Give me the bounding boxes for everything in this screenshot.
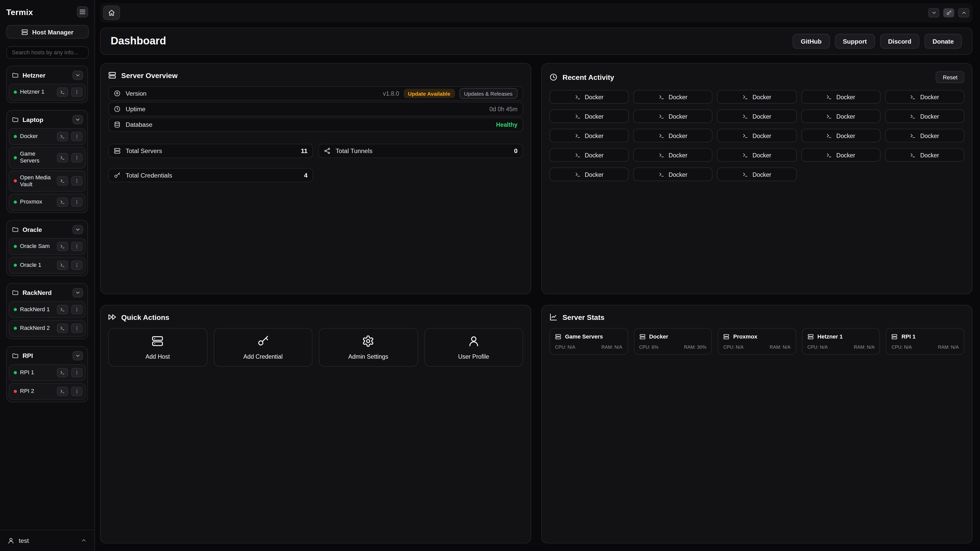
donate-button[interactable]: Donate	[924, 34, 962, 49]
open-terminal-button[interactable]	[57, 305, 68, 314]
recent-activity-item[interactable]: Docker	[633, 110, 713, 123]
host-group-oracle: Oracle Oracle Sam Oracle 1	[6, 220, 88, 276]
add-credential-button[interactable]: Add Credential	[213, 328, 312, 367]
collapse-group-button[interactable]	[73, 115, 83, 124]
host-manager-button[interactable]: Host Manager	[6, 25, 89, 39]
open-terminal-button[interactable]	[57, 324, 68, 333]
host-row[interactable]: RackNerd 2	[9, 320, 86, 337]
terminal-icon	[60, 326, 65, 331]
database-row: Database Healthy	[108, 118, 523, 132]
user-menu-chevron-button[interactable]	[81, 536, 87, 545]
collapse-group-button[interactable]	[73, 351, 83, 360]
key-button[interactable]	[943, 8, 955, 17]
update-available-badge: Update Available	[404, 89, 455, 98]
host-menu-button[interactable]	[71, 176, 83, 186]
host-menu-button[interactable]	[71, 324, 83, 333]
recent-activity-item[interactable]: Docker	[549, 90, 629, 104]
host-search-input[interactable]	[6, 46, 89, 59]
recent-activity-item[interactable]: Docker	[717, 148, 797, 162]
open-terminal-button[interactable]	[57, 87, 68, 97]
host-menu-button[interactable]	[71, 242, 83, 251]
server-stat-card[interactable]: Game Servers CPU: N/ARAM: N/A	[549, 328, 628, 355]
host-row[interactable]: Open Media Vault	[9, 170, 86, 192]
support-button[interactable]: Support	[835, 34, 875, 49]
open-terminal-button[interactable]	[57, 368, 68, 377]
recent-activity-item[interactable]: Docker	[633, 167, 713, 181]
sidebar-menu-button[interactable]	[77, 6, 88, 17]
recent-activity-item[interactable]: Docker	[885, 148, 964, 162]
host-row[interactable]: Oracle Sam	[9, 238, 86, 255]
server-stat-card[interactable]: Proxmox CPU: N/ARAM: N/A	[718, 328, 796, 355]
user-menu[interactable]: test	[0, 530, 94, 551]
reset-button[interactable]: Reset	[936, 71, 964, 83]
recent-activity-item[interactable]: Docker	[549, 167, 629, 181]
recent-activity-item[interactable]: Docker	[633, 90, 713, 104]
host-row[interactable]: Oracle 1	[9, 257, 86, 274]
host-group-header[interactable]: RackNerd	[9, 286, 86, 299]
collapse-group-button[interactable]	[73, 71, 83, 80]
recent-activity-item[interactable]: Docker	[885, 110, 964, 123]
host-row[interactable]: Docker	[9, 128, 86, 145]
discord-button[interactable]: Discord	[880, 34, 920, 49]
host-row[interactable]: Proxmox	[9, 194, 86, 210]
host-menu-button[interactable]	[71, 305, 83, 314]
open-terminal-button[interactable]	[57, 197, 68, 207]
host-menu-button[interactable]	[71, 260, 83, 270]
host-menu-button[interactable]	[71, 387, 83, 396]
recent-activity-item[interactable]: Docker	[801, 90, 881, 104]
user-profile-button[interactable]: User Profile	[424, 328, 523, 367]
host-name: Open Media Vault	[20, 174, 54, 188]
open-terminal-button[interactable]	[57, 176, 68, 186]
collapse-group-button[interactable]	[73, 225, 83, 234]
server-stat-card[interactable]: Docker CPU: 6%RAM: 30%	[633, 328, 712, 355]
host-group-header[interactable]: RPI	[9, 349, 86, 362]
open-terminal-button[interactable]	[57, 260, 68, 270]
tabs-dropdown-button[interactable]	[928, 8, 939, 17]
server-stat-card[interactable]: RPI 1 CPU: N/ARAM: N/A	[886, 328, 964, 355]
chevron-down-icon	[75, 227, 81, 232]
recent-activity-item[interactable]: Docker	[549, 110, 629, 123]
host-menu-button[interactable]	[71, 87, 83, 97]
recent-activity-item[interactable]: Docker	[885, 129, 964, 142]
recent-activity-item[interactable]: Docker	[717, 167, 797, 181]
recent-activity-item[interactable]: Docker	[633, 129, 713, 142]
add-host-button[interactable]: Add Host	[108, 328, 207, 367]
open-terminal-button[interactable]	[57, 242, 68, 251]
terminal-icon	[575, 171, 580, 177]
collapse-group-button[interactable]	[73, 288, 83, 297]
recent-activity-item[interactable]: Docker	[549, 148, 629, 162]
host-row[interactable]: Game Servers	[9, 147, 86, 168]
tab-home[interactable]	[103, 6, 120, 20]
host-row[interactable]: RPI 1	[9, 364, 86, 381]
host-group-header[interactable]: Laptop	[9, 113, 86, 126]
open-terminal-button[interactable]	[57, 153, 68, 162]
page-header: Dashboard GitHub Support Discord Donate	[100, 27, 973, 55]
host-menu-button[interactable]	[71, 132, 83, 141]
recent-activity-item[interactable]: Docker	[885, 90, 964, 104]
tunnel-icon	[324, 148, 331, 154]
server-stat-card[interactable]: Hetzner 1 CPU: N/ARAM: N/A	[802, 328, 880, 355]
github-button[interactable]: GitHub	[793, 34, 830, 49]
recent-activity-item[interactable]: Docker	[717, 129, 797, 142]
recent-activity-item[interactable]: Docker	[717, 90, 797, 104]
recent-activity-item[interactable]: Docker	[717, 110, 797, 123]
recent-activity-item[interactable]: Docker	[801, 110, 881, 123]
host-row[interactable]: RackNerd 1	[9, 301, 86, 318]
recent-activity-item[interactable]: Docker	[633, 148, 713, 162]
host-row[interactable]: RPI 2	[9, 383, 86, 400]
open-terminal-button[interactable]	[57, 387, 68, 396]
host-menu-button[interactable]	[71, 197, 83, 207]
host-menu-button[interactable]	[71, 153, 83, 162]
host-menu-button[interactable]	[71, 368, 83, 377]
recent-activity-item[interactable]: Docker	[549, 129, 629, 142]
host-row[interactable]: Hetzner 1	[9, 84, 86, 100]
host-group-header[interactable]: Hetzner	[9, 68, 86, 82]
recent-activity-item[interactable]: Docker	[801, 129, 881, 142]
open-terminal-button[interactable]	[57, 132, 68, 141]
admin-settings-button[interactable]: Admin Settings	[319, 328, 418, 367]
recent-activity-item[interactable]: Docker	[801, 148, 881, 162]
host-group-header[interactable]: Oracle	[9, 222, 86, 236]
updates-releases-button[interactable]: Updates & Releases	[459, 88, 517, 99]
total-servers-label: Total Servers	[126, 148, 162, 154]
collapse-tabbar-button[interactable]	[958, 8, 969, 17]
